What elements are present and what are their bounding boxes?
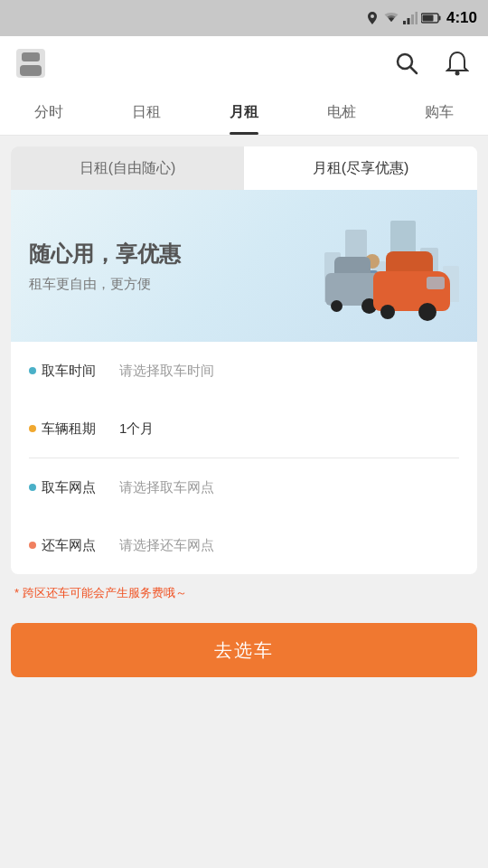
svg-line-11 xyxy=(410,67,417,73)
svg-rect-9 xyxy=(20,65,42,76)
select-car-button[interactable]: 去选车 xyxy=(11,623,477,677)
rental-period-label: 车辆租期 xyxy=(29,420,119,438)
form-card: 取车时间 请选择取车时间 车辆租期 1个月 取车网点 请选择取车网点 xyxy=(11,342,477,574)
return-point-row[interactable]: 还车网点 请选择还车网点 xyxy=(11,516,477,574)
banner: 随心用，享优惠 租车更自由，更方便 xyxy=(11,190,477,342)
wifi-icon xyxy=(383,12,399,24)
tab-dianzhuang[interactable]: 电桩 xyxy=(293,90,390,135)
battery-icon xyxy=(421,13,441,24)
rental-period-value: 1个月 xyxy=(119,420,459,438)
banner-subtitle: 租车更自由，更方便 xyxy=(29,276,278,293)
svg-rect-8 xyxy=(22,52,40,61)
svg-rect-1 xyxy=(407,18,409,24)
pickup-point-dot xyxy=(29,484,36,491)
banner-title: 随心用，享优惠 xyxy=(29,240,278,269)
location-icon xyxy=(365,11,380,25)
status-icons xyxy=(365,11,441,25)
sub-tab-daily[interactable]: 日租(自由随心) xyxy=(11,146,244,190)
tab-gouche[interactable]: 购车 xyxy=(390,90,488,135)
tab-fenshí[interactable]: 分时 xyxy=(0,90,98,135)
return-point-label: 还车网点 xyxy=(29,537,119,554)
banner-illustration xyxy=(278,212,459,320)
tab-yuezi[interactable]: 月租 xyxy=(195,90,293,135)
tab-rizi[interactable]: 日租 xyxy=(98,90,195,135)
pickup-time-label: 取车时间 xyxy=(29,363,119,380)
svg-rect-3 xyxy=(415,12,418,24)
notification-button[interactable] xyxy=(441,47,474,80)
main-content: 日租(自由随心) 月租(尽享优惠) 随心用，享优惠 租车更自由，更方便 xyxy=(0,136,488,706)
svg-rect-6 xyxy=(422,15,433,22)
top-nav xyxy=(0,36,488,90)
banner-text: 随心用，享优惠 租车更自由，更方便 xyxy=(29,240,278,293)
status-time: 4:10 xyxy=(446,9,477,27)
pickup-time-value: 请选择取车时间 xyxy=(119,363,459,380)
cta-section: 去选车 xyxy=(11,609,477,695)
nav-right-icons xyxy=(390,47,474,80)
sub-tab-monthly[interactable]: 月租(尽享优惠) xyxy=(244,146,477,190)
pickup-point-row[interactable]: 取车网点 请选择取车网点 xyxy=(11,458,477,516)
sub-tab-bar: 日租(自由随心) 月租(尽享优惠) xyxy=(11,146,477,190)
svg-rect-2 xyxy=(411,14,414,24)
return-point-dot xyxy=(29,542,36,549)
tab-bar: 分时 日租 月租 电桩 购车 xyxy=(0,90,488,136)
svg-rect-0 xyxy=(403,21,406,24)
status-bar: 4:10 xyxy=(0,0,488,36)
rental-period-dot xyxy=(29,425,36,432)
return-point-value: 请选择还车网点 xyxy=(119,537,459,554)
rental-period-row[interactable]: 车辆租期 1个月 xyxy=(11,400,477,458)
svg-point-12 xyxy=(455,71,460,76)
pickup-point-value: 请选择取车网点 xyxy=(119,479,459,496)
user-avatar[interactable] xyxy=(14,47,47,80)
pickup-time-dot xyxy=(29,367,36,374)
pickup-point-label: 取车网点 xyxy=(29,479,119,496)
pickup-time-row[interactable]: 取车时间 请选择取车时间 xyxy=(11,342,477,400)
signal-icon xyxy=(403,12,418,24)
hint-text: * 跨区还车可能会产生服务费哦～ xyxy=(11,574,477,609)
search-button[interactable] xyxy=(390,47,423,80)
svg-rect-5 xyxy=(438,16,440,21)
